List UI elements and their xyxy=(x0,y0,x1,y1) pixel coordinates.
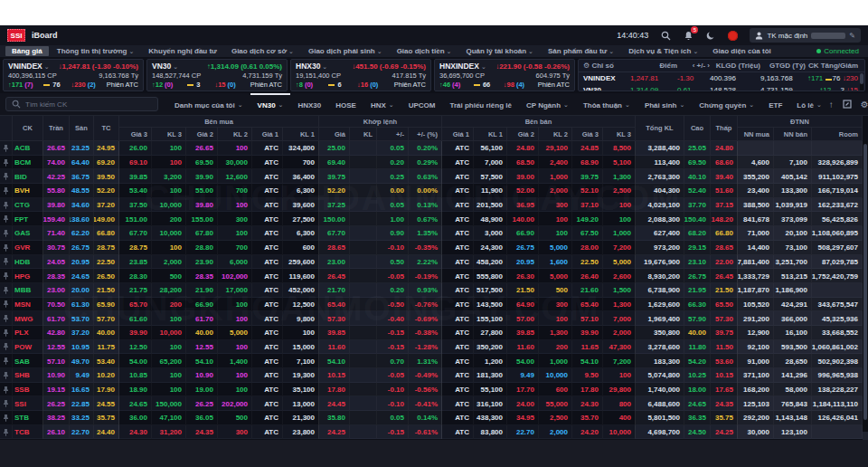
match-price[interactable]: 24.45 xyxy=(319,396,350,411)
header-total-volume[interactable]: Tổng KL xyxy=(636,116,684,141)
buy-price3[interactable]: 39.90 xyxy=(119,326,152,340)
sell-price3[interactable]: 65.40 xyxy=(572,298,603,312)
buy-price1[interactable]: ATC xyxy=(252,141,283,156)
buy-vol3[interactable]: 100 xyxy=(152,241,186,255)
sell-price2[interactable]: 52.00 xyxy=(507,184,539,198)
sell-price3[interactable]: 22.50 xyxy=(572,255,603,270)
change[interactable]: 0.05 xyxy=(377,141,409,156)
dark-mode-moon-icon[interactable] xyxy=(705,30,716,41)
symbol-cell[interactable]: SAB xyxy=(13,354,43,368)
sell-price2[interactable]: 24.00 xyxy=(507,396,539,411)
table-row-shb[interactable]: SHB10.909.4910.2010.8510010.90100ATC19,3… xyxy=(0,368,863,383)
sell-vol2[interactable]: 2,400 xyxy=(539,156,572,170)
sell-price3[interactable]: 67.50 xyxy=(572,226,603,241)
match-price[interactable]: 17.80 xyxy=(319,383,350,397)
header-sell-price2[interactable]: Giá 2 xyxy=(507,128,539,141)
table-row-bcm[interactable]: BCM74.0064.4069.2069.1010069.5030,000ATC… xyxy=(0,156,863,170)
buy-price3[interactable]: 12.50 xyxy=(119,340,152,355)
buy-price1[interactable]: ATC xyxy=(252,169,283,184)
buy-price2[interactable]: 26.25 xyxy=(186,396,218,411)
sell-price2[interactable]: 36.95 xyxy=(507,198,539,213)
change[interactable]: -0.15 xyxy=(377,326,409,340)
pin-icon[interactable] xyxy=(0,198,13,213)
sell-price2[interactable]: 54.00 xyxy=(507,354,539,368)
buy-vol3[interactable]: 200 xyxy=(152,298,186,312)
header-sell-price3[interactable]: Giá 3 xyxy=(572,128,603,141)
change[interactable]: 0.20 xyxy=(377,283,409,298)
edit-account-icon[interactable]: ✎ xyxy=(849,32,855,40)
menu-item-giao-di-n-c-a-t-i[interactable]: Giao diện của tôi xyxy=(706,46,777,56)
sell-price3[interactable]: 37.10 xyxy=(572,198,603,213)
buy-price2[interactable]: 39.80 xyxy=(186,198,218,213)
buy-price2[interactable]: 36.05 xyxy=(186,411,218,425)
sell-vol2[interactable]: 500 xyxy=(539,283,572,298)
buy-vol3[interactable]: 500 xyxy=(152,269,186,283)
change-pct[interactable]: -0.69% xyxy=(409,311,442,326)
account-selector[interactable]: TK mặc định ✎ xyxy=(750,28,861,43)
index-card-hnxindex[interactable]: HNXINDEX ⌄↓221.90 (-0.58 -0.26%)36,695,7… xyxy=(434,59,575,91)
buy-vol2[interactable]: 5,000 xyxy=(218,326,252,340)
buy-vol3[interactable]: 10,000 xyxy=(152,226,186,241)
match-price[interactable]: 10.15 xyxy=(319,368,350,383)
buy-vol2[interactable]: 300 xyxy=(218,425,252,440)
buy-vol1[interactable]: 9,800 xyxy=(283,311,319,326)
buy-vol3[interactable]: 100 xyxy=(152,311,186,326)
table-row-msn[interactable]: MSN70.5061.3065.9065.7020066.90100ATC12,… xyxy=(0,298,863,312)
match-vol[interactable] xyxy=(350,141,377,156)
buy-vol2[interactable]: 100 xyxy=(218,198,252,213)
pin-icon[interactable] xyxy=(0,326,13,340)
header-buy-price2[interactable]: Giá 2 xyxy=(186,128,218,141)
tab-ph-i-sinh[interactable]: Phái sinh⌄ xyxy=(637,93,692,116)
menu-item-khuy-n-ngh-u-t-[interactable]: Khuyến nghị đầu tư xyxy=(142,46,223,56)
match-vol[interactable] xyxy=(350,184,377,198)
sell-vol2[interactable]: 5,000 xyxy=(539,269,572,283)
buy-vol1[interactable]: 700 xyxy=(283,156,319,170)
pin-icon[interactable] xyxy=(0,156,13,170)
sell-price2[interactable]: 22.70 xyxy=(507,425,539,440)
sell-vol1[interactable]: 555,800 xyxy=(474,269,507,283)
buy-price1[interactable]: ATC xyxy=(252,340,283,355)
match-vol[interactable] xyxy=(350,198,377,213)
buy-price2[interactable]: 28.35 xyxy=(186,269,218,283)
tab-danh-m-c-c-a-t-i[interactable]: Danh mục của tôi⌄ xyxy=(167,93,250,116)
change[interactable]: -0.10 xyxy=(377,241,409,255)
sell-vol1[interactable]: 7,000 xyxy=(474,156,507,170)
table-vertical-scrollbar[interactable] xyxy=(863,141,868,440)
index-card-vn30[interactable]: VN30 ⌄↑1,314.09 (0.61 0.05%)148,527,744 … xyxy=(146,59,288,91)
symbol-cell[interactable]: ACB xyxy=(13,141,43,156)
symbol-cell[interactable]: MWG xyxy=(13,311,43,326)
sell-vol3[interactable]: 1,500 xyxy=(603,283,636,298)
sell-vol1[interactable]: 350,200 xyxy=(474,340,507,355)
buy-vol1[interactable]: 324,800 xyxy=(283,141,319,156)
match-vol[interactable] xyxy=(350,255,377,270)
sell-price1[interactable]: ATC xyxy=(442,198,474,213)
symbol-cell[interactable]: STB xyxy=(13,411,43,425)
symbol-search[interactable] xyxy=(5,97,158,111)
sell-price2[interactable]: 24.80 xyxy=(507,141,539,156)
change-pct[interactable]: -1.28% xyxy=(409,340,442,355)
match-price[interactable]: 24.25 xyxy=(319,425,350,440)
buy-price2[interactable]: 55.00 xyxy=(186,184,218,198)
buy-price2[interactable]: 26.65 xyxy=(186,141,218,156)
sell-vol2[interactable]: 200 xyxy=(539,340,572,355)
header-sell-vol2[interactable]: KL 2 xyxy=(539,128,572,141)
sell-vol2[interactable]: 2,000 xyxy=(539,425,572,440)
sell-vol2[interactable]: 1,600 xyxy=(539,255,572,270)
table-row-hpg[interactable]: HPG28.3524.6526.5028.3050028.35102,000AT… xyxy=(0,269,863,283)
sell-vol1[interactable]: 316,100 xyxy=(474,396,507,411)
buy-vol1[interactable]: 6,300 xyxy=(283,184,319,198)
change[interactable]: 0.00 xyxy=(377,184,409,198)
tab-upcom[interactable]: UPCOM xyxy=(401,93,443,116)
sell-vol1[interactable]: 517,500 xyxy=(474,283,507,298)
buy-vol3[interactable]: 100 xyxy=(152,383,186,397)
symbol-cell[interactable]: GVR xyxy=(13,241,43,255)
sell-vol2[interactable]: 29,100 xyxy=(539,141,572,156)
buy-price2[interactable]: 69.50 xyxy=(186,156,218,170)
match-vol[interactable] xyxy=(350,383,377,397)
sell-price2[interactable]: 21.50 xyxy=(507,283,539,298)
sell-price3[interactable]: 24.20 xyxy=(572,425,603,440)
change[interactable]: 0.05 xyxy=(377,411,409,425)
match-price[interactable]: 39.85 xyxy=(319,326,350,340)
table-row-sab[interactable]: SAB57.1049.7053.4054.0065,20054.101,400A… xyxy=(0,354,863,368)
match-vol[interactable] xyxy=(350,368,377,383)
